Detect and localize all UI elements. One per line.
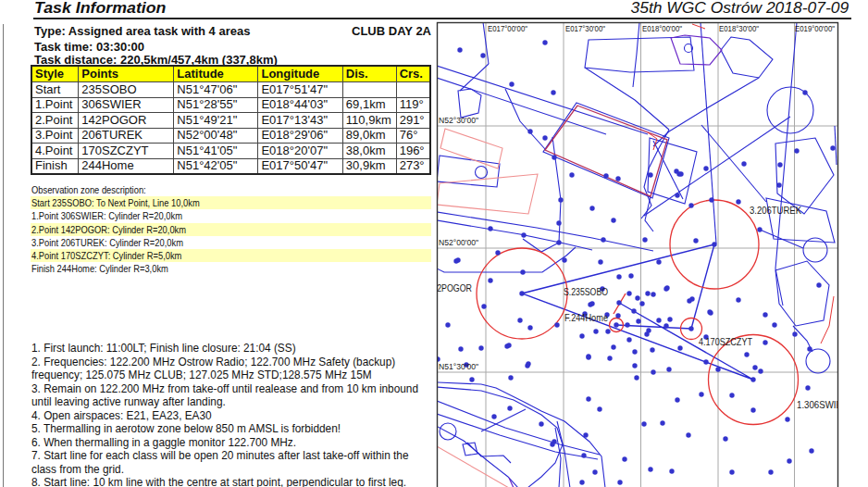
svg-text:N52°00'00": N52°00'00" [439, 237, 478, 247]
svg-text:4.170SZCZYT: 4.170SZCZYT [699, 336, 753, 347]
svg-text:S.235SOBO: S.235SOBO [564, 286, 608, 297]
svg-text:F.244Home: F.244Home [564, 312, 608, 323]
svg-text:E017°00'00": E017°00'00" [488, 23, 527, 33]
svg-text:3.206TUREK: 3.206TUREK [750, 205, 801, 216]
svg-text:E018°00'00": E018°00'00" [642, 23, 682, 33]
svg-text:1.306SWIER: 1.306SWIER [797, 399, 849, 410]
svg-text:E017°30'00": E017°30'00" [565, 23, 605, 33]
svg-text:N51°30'00": N51°30'00" [439, 361, 478, 371]
svg-text:N52°30'00": N52°30'00" [439, 115, 478, 125]
svg-text:E019°00'00": E019°00'00" [795, 23, 835, 33]
svg-text:E018°30'00": E018°30'00" [719, 23, 759, 33]
